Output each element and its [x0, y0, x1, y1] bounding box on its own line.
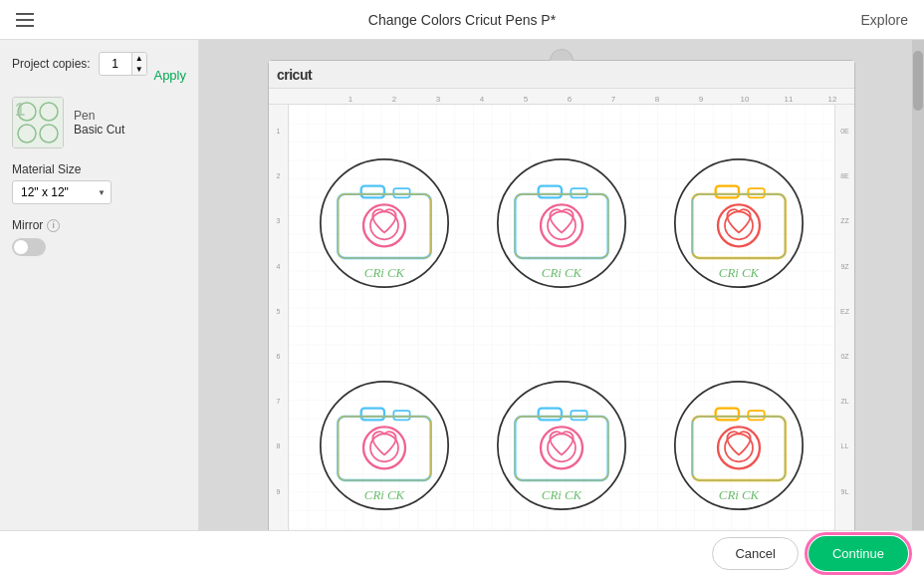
copies-input-wrapper: ▲ ▼	[99, 52, 147, 76]
design-item-2: CRi CK	[476, 115, 647, 331]
svg-rect-48	[716, 408, 739, 420]
svg-rect-16	[539, 185, 562, 197]
mirror-info-icon: i	[47, 219, 60, 232]
svg-point-27	[725, 211, 753, 239]
mirror-text: Mirror	[12, 218, 43, 232]
camera-svg-6: CRi CK	[669, 376, 808, 515]
svg-point-43	[548, 433, 576, 461]
cricut-logo: cricut	[277, 67, 312, 83]
cutting-mat: cricut 1 2 3 4 5 6 7 8	[268, 60, 855, 530]
svg-rect-9	[393, 188, 409, 197]
svg-rect-8	[361, 185, 384, 197]
canvas-area: cricut 1 2 3 4 5 6 7 8	[199, 40, 924, 530]
design-item-4: CRi CK	[299, 337, 470, 530]
ruler-right: 0E8EZZ9ZEZ0ZZLLL9LEL	[834, 105, 854, 530]
copies-input[interactable]	[100, 55, 131, 73]
mat-body: 1 2 3 4 5 6 7 8 9 10	[269, 105, 854, 530]
project-copies-label: Project copies:	[12, 57, 91, 71]
scrollbar-track[interactable]	[912, 40, 924, 530]
mat-info: Pen Basic Cut	[74, 109, 124, 137]
svg-rect-17	[571, 188, 586, 197]
project-copies-section: Project copies: ▲ ▼ Apply	[12, 52, 186, 83]
material-size-dropdown-wrapper: 12" x 12" 12" x 24"	[12, 180, 112, 204]
continue-button[interactable]: Continue	[808, 536, 908, 571]
svg-rect-40	[539, 408, 562, 420]
design-item-6: CRi CK	[653, 337, 824, 530]
mat-cut-type: Basic Cut	[74, 123, 124, 137]
cancel-button[interactable]: Cancel	[712, 537, 798, 570]
ruler-left: 1 2 3 4 5 6 7 8 9 10	[269, 105, 289, 530]
menu-icon[interactable]	[16, 13, 34, 27]
svg-point-2	[18, 125, 36, 143]
material-size-label: Material Size	[12, 162, 186, 176]
svg-text:CRi CK: CRi CK	[542, 265, 583, 279]
material-size-select: 12" x 12" 12" x 24"	[12, 180, 186, 204]
copies-up-arrow[interactable]: ▲	[131, 53, 146, 64]
mat-header: cricut	[269, 61, 854, 89]
svg-text:CRi CK: CRi CK	[364, 487, 406, 501]
camera-svg-1: CRi CK	[315, 153, 454, 293]
svg-point-1	[40, 103, 58, 121]
svg-rect-24	[716, 185, 739, 197]
material-size-section: Material Size 12" x 12" 12" x 24"	[12, 162, 186, 204]
explore-button[interactable]: Explore	[861, 12, 908, 28]
mirror-toggle[interactable]	[12, 238, 46, 256]
mirror-label: Mirror i	[12, 218, 186, 232]
svg-rect-25	[748, 188, 764, 197]
material-size-dropdown[interactable]: 12" x 12" 12" x 24"	[12, 180, 112, 204]
mat-thumbnail: 1	[12, 97, 64, 148]
design-item-5: CRi CK	[476, 337, 647, 530]
camera-svg-3: CRi CK	[669, 153, 808, 293]
sidebar: Project copies: ▲ ▼ Apply 1	[0, 40, 199, 530]
copies-down-arrow[interactable]: ▼	[131, 64, 146, 75]
svg-point-19	[548, 211, 576, 239]
svg-text:CRi CK: CRi CK	[719, 265, 761, 279]
camera-svg-5: CRi CK	[492, 376, 631, 515]
header: Change Colors Cricut Pens P* Explore	[0, 0, 924, 40]
main-layout: Project copies: ▲ ▼ Apply 1	[0, 40, 924, 530]
design-item-1: CRi CK	[299, 115, 470, 331]
bottom-bar: Cancel Continue	[0, 530, 924, 576]
header-title: Change Colors Cricut Pens P*	[368, 12, 556, 28]
svg-text:CRi CK: CRi CK	[364, 265, 406, 279]
mat-item: 1 Pen Basic Cut	[12, 97, 186, 148]
design-item-3: CRi CK	[653, 115, 824, 331]
svg-text:CRi CK: CRi CK	[542, 487, 583, 501]
mat-number: 1	[15, 100, 25, 121]
camera-svg-2: CRi CK	[492, 153, 631, 293]
mat-type: Pen	[74, 109, 124, 123]
grid-area: CRi CK	[289, 105, 834, 530]
canvas-scroll[interactable]: cricut 1 2 3 4 5 6 7 8	[199, 40, 924, 530]
svg-point-11	[370, 211, 398, 239]
ruler-top: 1 2 3 4 5 6 7 8 9 10 11 12	[269, 89, 854, 105]
camera-svg-4: CRi CK	[315, 376, 454, 515]
svg-rect-32	[361, 408, 384, 420]
svg-point-51	[725, 433, 753, 461]
mirror-section: Mirror i	[12, 218, 186, 256]
apply-button[interactable]: Apply	[153, 68, 186, 83]
copies-arrows: ▲ ▼	[131, 53, 146, 75]
svg-point-35	[370, 433, 398, 461]
svg-text:CRi CK: CRi CK	[719, 487, 761, 501]
scrollbar-thumb[interactable]	[913, 51, 923, 111]
svg-point-3	[40, 125, 58, 143]
